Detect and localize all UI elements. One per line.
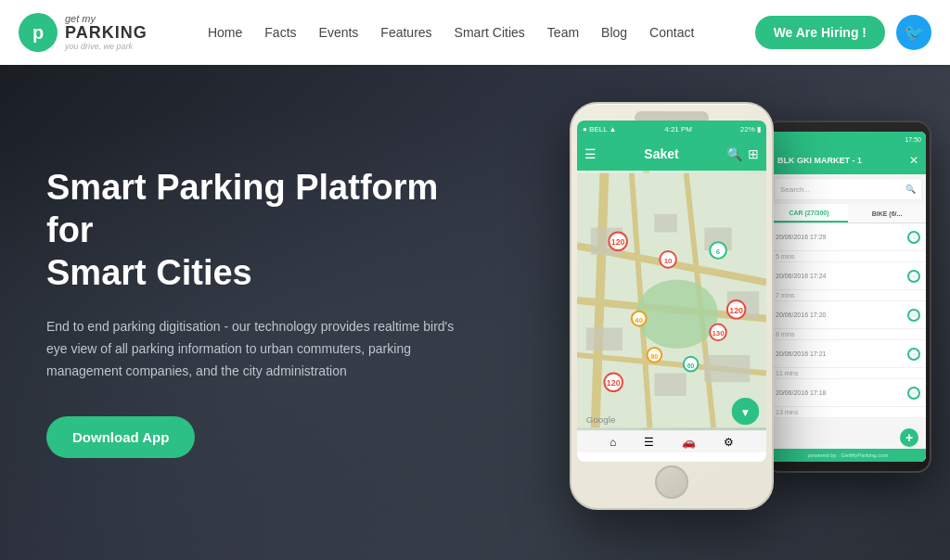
android-search-bar[interactable]: Search... 🔍 [774, 178, 922, 200]
iphone-screen: ● BELL ▲ 4:21 PM 22% ▮ ☰ Saket 🔍 ⊞ [577, 121, 766, 462]
list-item-detail: 13 mins [770, 407, 926, 418]
android-header-label: BLK GKI MARKET - 1 [777, 156, 862, 165]
android-fab-button[interactable]: + [900, 428, 918, 447]
list-item-icon: ○ [907, 270, 920, 283]
svg-text:Google: Google [586, 414, 616, 425]
nav-link-team[interactable]: Team [547, 25, 579, 40]
android-content: Search... 🔍 CAR (27/300) BIKE (6/... 20/… [770, 174, 926, 462]
nav-item-blog[interactable]: Blog [601, 24, 627, 41]
list-item: 20/06/2016 17:29 ○ [770, 223, 926, 251]
svg-text:120: 120 [607, 378, 621, 388]
list-item-date: 20/06/2016 17:18 [776, 389, 827, 396]
logo-parking: PARKING [65, 24, 148, 43]
nav-links: Home Facts Events Features Smart Cities … [208, 24, 694, 41]
hero-section: Smart Parking Platform for Smart Cities … [0, 65, 950, 560]
bottom-list-icon: ☰ [644, 436, 654, 449]
list-item-date: 20/06/2016 17:29 [776, 234, 827, 240]
list-item-detail: 11 mins [770, 368, 926, 379]
svg-rect-8 [654, 214, 677, 233]
iphone-home-button [655, 465, 688, 499]
nav-link-features[interactable]: Features [380, 25, 431, 40]
twitter-button[interactable]: 🐦 [896, 15, 931, 50]
android-statusbar: 17:50 [770, 132, 926, 146]
svg-text:120: 120 [729, 306, 743, 315]
svg-text:6: 6 [716, 248, 721, 256]
svg-text:130: 130 [712, 329, 725, 337]
android-search-icon: 🔍 [905, 185, 916, 194]
hiring-button[interactable]: We Are Hiring ! [755, 16, 885, 49]
svg-text:10: 10 [664, 257, 673, 265]
search-placeholder: Search... [780, 185, 810, 194]
navbar: p get my PARKING you drive, we park Home… [0, 0, 950, 65]
list-item-date: 20/06/2016 17:21 [776, 350, 827, 357]
nav-item-contact[interactable]: Contact [649, 24, 694, 41]
bottom-car-icon: 🚗 [682, 436, 696, 449]
iphone-mockup: ● BELL ▲ 4:21 PM 22% ▮ ☰ Saket 🔍 ⊞ [570, 102, 774, 510]
hero-title: Smart Parking Platform for Smart Cities [46, 167, 485, 294]
nav-item-smart-cities[interactable]: Smart Cities [455, 24, 525, 41]
nav-right: We Are Hiring ! 🐦 [755, 15, 931, 50]
nav-link-blog[interactable]: Blog [601, 25, 627, 40]
app-statusbar: ● BELL ▲ 4:21 PM 22% ▮ [577, 121, 766, 137]
list-item-icon: ○ [907, 309, 920, 322]
status-battery: 22% ▮ [740, 125, 761, 134]
android-header: BLK GKI MARKET - 1 ✕ [770, 146, 926, 174]
nav-item-facts[interactable]: Facts [264, 24, 296, 41]
svg-point-7 [636, 279, 718, 349]
android-screen: 17:50 BLK GKI MARKET - 1 ✕ Search... 🔍 C… [770, 132, 926, 462]
logo-tagline: you drive, we park [65, 43, 148, 52]
app-toolbar-icons: 🔍 ⊞ [726, 146, 759, 161]
list-item: 20/06/2016 17:24 ○ [770, 262, 926, 290]
phones-container: ● BELL ▲ 4:21 PM 22% ▮ ☰ Saket 🔍 ⊞ [523, 83, 950, 560]
android-tabs: CAR (27/300) BIKE (6/... [770, 204, 926, 223]
nav-link-events[interactable]: Events [319, 25, 359, 40]
app-bottom-bar: ⌂ ☰ 🚗 ⚙ [577, 430, 766, 452]
svg-text:40: 40 [635, 316, 643, 325]
android-footer: powered by : GetMyParking.com [770, 449, 926, 462]
search-icon: 🔍 [726, 146, 742, 161]
svg-rect-12 [586, 327, 623, 350]
android-time: 17:50 [905, 136, 921, 143]
list-item-detail: 8 mins [770, 329, 926, 340]
svg-text:80: 80 [651, 353, 659, 360]
list-item-icon: ○ [907, 231, 920, 244]
svg-text:▼: ▼ [740, 406, 751, 418]
menu-icon: ☰ [584, 146, 597, 161]
list-item-detail: 5 mins [770, 251, 926, 262]
list-item-icon: ○ [907, 387, 920, 400]
nav-item-home[interactable]: Home [208, 24, 242, 41]
android-mockup: 17:50 BLK GKI MARKET - 1 ✕ Search... 🔍 C… [764, 121, 931, 473]
map-svg: 120 10 6 120 40 130 80 60 [577, 171, 766, 430]
nav-link-facts[interactable]: Facts [264, 25, 296, 40]
android-close-icon: ✕ [909, 154, 918, 167]
status-time: 4:21 PM [664, 125, 692, 134]
nav-item-features[interactable]: Features [380, 24, 431, 41]
list-item: 20/06/2016 17:20 ○ [770, 301, 926, 329]
list-item-detail: 7 mins [770, 290, 926, 301]
nav-link-home[interactable]: Home [208, 25, 242, 40]
app-map: 120 10 6 120 40 130 80 60 [577, 171, 766, 430]
app-toolbar: ☰ Saket 🔍 ⊞ [577, 137, 766, 171]
twitter-icon: 🐦 [904, 22, 924, 43]
svg-text:120: 120 [611, 237, 625, 247]
svg-text:60: 60 [687, 363, 695, 369]
svg-rect-14 [704, 355, 750, 382]
android-tab-bike[interactable]: BIKE (6/... [848, 204, 926, 223]
list-item-date: 20/06/2016 17:24 [776, 273, 827, 279]
nav-item-team[interactable]: Team [547, 24, 579, 41]
app-toolbar-title: Saket [644, 146, 678, 161]
nav-link-contact[interactable]: Contact [649, 25, 694, 40]
layers-icon: ⊞ [748, 146, 759, 161]
list-item-date: 20/06/2016 17:20 [776, 312, 827, 318]
logo-icon: p [19, 13, 58, 52]
svg-rect-13 [654, 373, 686, 396]
nav-item-events[interactable]: Events [319, 24, 359, 41]
download-app-button[interactable]: Download App [46, 416, 195, 458]
list-item-icon: ○ [907, 348, 920, 361]
logo[interactable]: p get my PARKING you drive, we park [19, 13, 148, 52]
list-item: 20/06/2016 17:21 ○ [770, 340, 926, 368]
bottom-settings-icon: ⚙ [724, 436, 734, 449]
android-tab-car[interactable]: CAR (27/300) [770, 204, 848, 223]
nav-link-smart-cities[interactable]: Smart Cities [455, 25, 525, 40]
list-item: 20/06/2016 17:18 ○ [770, 379, 926, 407]
